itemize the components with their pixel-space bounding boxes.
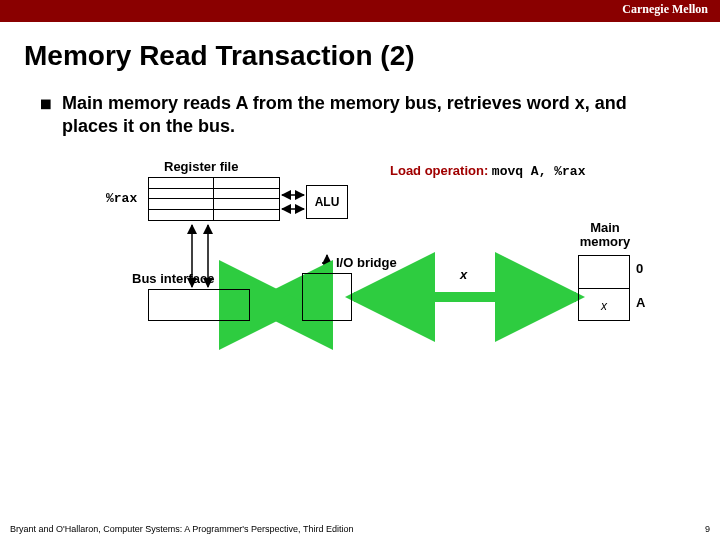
main-memory-label: Main memory (570, 221, 640, 250)
load-op-code: movq A, %rax (492, 164, 586, 179)
main-memory-box: x (578, 255, 630, 321)
io-bridge-label: I/O bridge (336, 255, 397, 270)
register-file (148, 177, 280, 221)
mem-cell-1: x (579, 289, 629, 322)
io-bridge-box (302, 273, 352, 321)
footer: Bryant and O'Hallaron, Computer Systems:… (10, 524, 710, 534)
rax-label: %rax (106, 191, 137, 206)
alu-box: ALU (306, 185, 348, 219)
bus-interface-box (148, 289, 250, 321)
load-op-prefix: Load operation: (390, 163, 488, 178)
mem-cell-0 (579, 256, 629, 289)
footer-cite: Bryant and O'Hallaron, Computer Systems:… (10, 524, 353, 534)
top-bar: Carnegie Mellon (0, 0, 720, 22)
load-op-label: Load operation: movq A, %rax (390, 163, 585, 179)
slide-title: Memory Read Transaction (2) (24, 40, 720, 72)
bullet-text: Main memory reads A from the memory bus,… (62, 92, 680, 137)
bus-value: x (460, 267, 467, 282)
bullet-item: ◼ Main memory reads A from the memory bu… (40, 92, 680, 137)
mem-addr-0: 0 (636, 261, 643, 276)
register-file-label: Register file (164, 159, 238, 174)
bullet-mark: ◼ (40, 95, 52, 137)
bus-interface-label: Bus interface (132, 271, 214, 286)
diagram: Register file %rax ALU Load operation: m… (40, 155, 680, 365)
brand-label: Carnegie Mellon (622, 2, 708, 17)
mem-addr-1: A (636, 295, 645, 310)
page-number: 9 (705, 524, 710, 534)
